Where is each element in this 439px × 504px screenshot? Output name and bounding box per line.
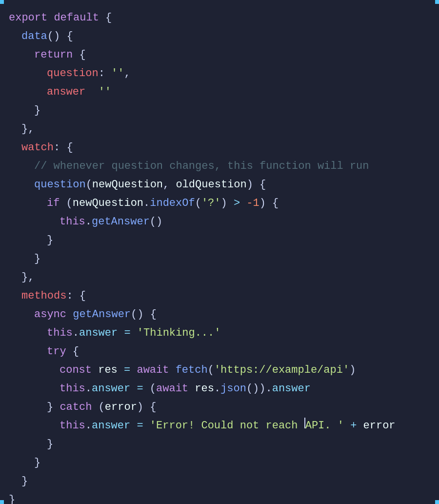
code-line: } [0,250,439,268]
code-line: } [0,491,439,504]
token-op: > [234,194,240,213]
token-kw: async [34,305,66,324]
code-line: watch: { [0,139,439,157]
token-op: = [137,417,143,435]
token-plain: { [99,9,112,27]
token-plain: ( [208,361,214,380]
code-line: this.answer = 'Error! Could not reach AP… [0,417,439,435]
code-line: export default { [0,9,439,27]
token-var: res [98,361,118,380]
token-plain [47,9,54,27]
token-op: = [124,361,130,380]
token-plain: ( [92,398,104,417]
token-kw: export [9,9,47,27]
token-plain [118,361,124,380]
token-plain: . [85,417,92,435]
code-container: export default {data() {return {question… [0,9,439,504]
token-fn: getAnswer [73,305,131,324]
token-prop: answer [272,380,311,398]
code-line: this.answer = (await res.json()).answer [0,380,439,398]
code-line: const res = await fetch('https://example… [0,361,439,380]
token-key: answer [47,83,85,101]
token-fn: data [21,27,47,46]
corner-br-accent [435,500,439,504]
token-fn: question [34,176,86,194]
code-line: async getAnswer() { [0,305,439,324]
token-plain: ) { [137,398,157,417]
token-comment: // whenever question changes, this funct… [34,157,369,176]
token-plain [92,361,98,380]
code-line: this.answer = 'Thinking...' [0,324,439,343]
code-line: try { [0,343,439,361]
corner-bl-accent [0,500,4,504]
corner-tl-accent [0,0,4,4]
token-key: methods [21,287,66,305]
token-kw: default [54,9,99,27]
token-plain [130,417,137,435]
token-plain: ( [143,380,156,398]
code-line: }, [0,120,439,139]
token-str: '?' [201,194,221,213]
token-prop: answer [79,324,118,343]
token-str: '' [111,64,124,83]
code-line: } catch (error) { [0,398,439,417]
token-kw: this [60,380,85,398]
token-var: newQuestion [73,194,143,213]
token-plain: () { [131,305,157,324]
token-plain: . [85,213,92,231]
code-line: return { [0,46,439,64]
token-plain: } [47,231,53,250]
token-plain [240,194,246,213]
token-plain: , [124,64,130,83]
token-str2: API. ' [305,417,344,435]
token-plain [130,380,137,398]
token-kw: catch [60,398,92,417]
token-plain: { [73,46,85,64]
token-plain: . [214,380,220,398]
code-line: data() { [0,27,439,46]
token-op: = [137,380,143,398]
token-method: fetch [176,361,208,380]
code-line: }, [0,268,439,287]
code-line: question: '', [0,64,439,83]
code-line: } [0,231,439,250]
token-method: getAnswer [92,213,150,231]
token-num: -1 [246,194,259,213]
token-plain: ) { [259,194,279,213]
token-var: error [363,417,396,435]
token-plain: . [143,194,150,213]
token-plain: : { [54,139,73,157]
token-kw: this [60,417,85,435]
code-line: } [0,472,439,491]
token-kw: this [60,213,85,231]
token-plain [188,380,195,398]
token-kw: this [47,324,73,343]
code-line: question(newQuestion, oldQuestion) { [0,176,439,194]
token-plain [169,361,175,380]
token-str: 'https://example/api' [214,361,349,380]
token-kw: const [60,361,92,380]
token-plain: . [73,324,79,343]
token-plain: } [34,454,40,472]
token-op: = [124,324,130,343]
token-prop: answer [92,380,130,398]
token-str: '' [99,83,111,101]
token-key: watch [21,139,54,157]
token-plain: , [163,176,176,194]
code-line: } [0,101,439,120]
token-plain [131,324,137,343]
token-plain: } [47,398,60,417]
token-plain: () { [47,27,73,46]
code-line: // whenever question changes, this funct… [0,157,439,176]
token-plain: } [34,250,40,268]
token-plain [357,417,363,435]
token-plain: }, [21,268,34,287]
code-line: } [0,454,439,472]
token-plain: : [99,64,111,83]
token-prop: answer [92,417,130,435]
token-plain: } [47,435,53,454]
token-plain: } [34,101,40,120]
token-kw: return [34,46,73,64]
token-str: 'Thinking...' [137,324,221,343]
token-plain: ( [60,194,72,213]
